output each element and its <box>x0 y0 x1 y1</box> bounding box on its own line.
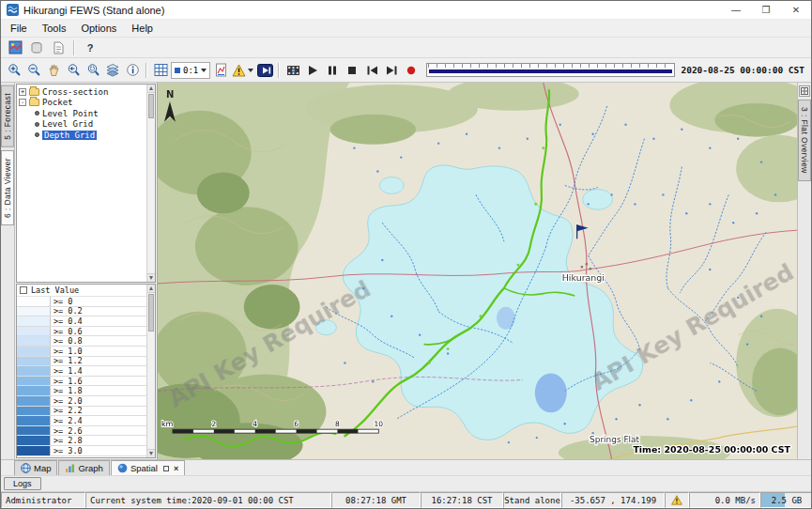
legend-row[interactable]: >= 0.2 <box>17 307 146 317</box>
zoom-in-button[interactable] <box>5 61 23 80</box>
profile-button[interactable] <box>211 61 230 80</box>
scroll-down-icon[interactable] <box>147 449 155 457</box>
menu-tools[interactable]: Tools <box>35 21 74 36</box>
legend-swatch <box>17 416 51 425</box>
window-title: Hikurangi FEWS (Stand alone) <box>23 5 164 16</box>
legend-row[interactable]: >= 1.4 <box>17 366 146 377</box>
logs-button[interactable]: Logs <box>4 477 41 490</box>
play-icon <box>307 65 318 76</box>
window-controls: — ❐ ✕ <box>721 1 811 19</box>
map-viewport[interactable]: API Key Required API Key Required <box>158 83 797 459</box>
scroll-up-icon[interactable] <box>147 85 155 93</box>
scroll-up-icon[interactable] <box>147 285 155 293</box>
legend-swatch <box>17 407 51 416</box>
scrollbar-thumb[interactable] <box>148 294 154 332</box>
tab-graph[interactable]: Graph <box>58 460 109 475</box>
legend-row[interactable]: >= 0.8 <box>17 336 146 347</box>
help-button[interactable]: ? <box>81 39 100 57</box>
zoom-out-button[interactable] <box>24 61 43 80</box>
legend-row[interactable]: >= 1.8 <box>17 386 146 396</box>
info-button[interactable] <box>123 61 142 80</box>
legend-row[interactable]: >= 0 <box>17 297 146 307</box>
overview-panel-button[interactable] <box>799 85 810 97</box>
data-viewer-panel: + Cross-section - Pocket Level Point Lev… <box>15 83 158 459</box>
grid-display-button[interactable] <box>151 61 170 80</box>
legend-row[interactable]: >= 2.6 <box>17 426 146 437</box>
status-local-time: 16:27:18 CST <box>421 492 503 508</box>
tab-spatial[interactable]: Spatial × <box>111 460 185 475</box>
legend-row[interactable]: >= 2.0 <box>17 396 146 407</box>
tab-flat-overview[interactable]: 3 : Flat Overview <box>798 100 811 181</box>
filmstrip-icon <box>286 64 300 77</box>
tree-row[interactable]: + Cross-section <box>19 86 146 98</box>
tree-row[interactable]: Level Point <box>19 108 146 119</box>
tab-forecast[interactable]: 5 : Forecast <box>1 85 14 147</box>
interval-selector[interactable]: 0:1 <box>171 62 210 79</box>
legend-row[interactable]: >= 1.6 <box>17 377 146 387</box>
tab-data-viewer[interactable]: 6 : Data Viewer <box>1 150 14 225</box>
minimize-button[interactable]: — <box>721 1 751 19</box>
legend-row[interactable]: >= 0.4 <box>17 316 146 327</box>
zoom-previous-button[interactable] <box>64 61 83 80</box>
step-forward-button[interactable] <box>382 61 401 80</box>
scrollbar-thumb[interactable] <box>148 94 154 118</box>
legend-row[interactable]: >= 2.8 <box>17 436 146 446</box>
zoom-extent-button[interactable] <box>84 61 102 80</box>
pause-button[interactable] <box>323 61 342 80</box>
status-memory: 2.5 GB <box>760 492 812 508</box>
legend-swatch <box>17 307 51 316</box>
legend-row[interactable]: >= 2.4 <box>17 416 146 426</box>
layer-node-icon <box>35 132 39 137</box>
tab-graph-label: Graph <box>78 463 102 473</box>
legend-label: >= 1.6 <box>51 377 146 386</box>
legend-row[interactable]: >= 1.0 <box>17 347 146 357</box>
legend-swatch <box>17 347 51 356</box>
tree-scrollbar[interactable] <box>146 85 155 282</box>
legend-swatch <box>17 336 51 346</box>
undock-icon[interactable] <box>163 466 169 471</box>
layer-node-icon <box>35 122 39 127</box>
collapse-icon[interactable]: - <box>19 99 26 106</box>
close-button[interactable]: ✕ <box>781 1 811 19</box>
status-warning[interactable] <box>665 492 689 508</box>
database-button[interactable] <box>27 39 46 57</box>
legend-row[interactable]: >= 2.2 <box>17 407 146 417</box>
close-tab-icon[interactable]: × <box>174 464 178 473</box>
stop-button[interactable] <box>343 61 361 80</box>
animation-window-button[interactable] <box>255 61 274 80</box>
export-animation-button[interactable] <box>283 61 302 80</box>
legend-row[interactable]: >= 0.6 <box>17 327 146 337</box>
record-button[interactable] <box>402 61 421 80</box>
last-value-checkbox[interactable] <box>20 286 27 294</box>
timeline-slider[interactable] <box>426 63 675 77</box>
play-button[interactable] <box>303 61 322 80</box>
svg-text:8: 8 <box>335 420 340 428</box>
map-display-button[interactable] <box>6 39 24 57</box>
status-mode: Stand alone <box>503 492 561 508</box>
maximize-button[interactable]: ❐ <box>751 1 781 19</box>
menu-help[interactable]: Help <box>124 21 161 36</box>
expand-icon[interactable]: + <box>19 88 26 96</box>
map-display-icon <box>8 40 23 54</box>
map-time-label: Time: 2020-08-25 00:00:00 CST <box>633 444 790 455</box>
legend-swatch <box>17 316 51 326</box>
tree-row[interactable]: Level Grid <box>19 119 146 131</box>
animation-player-icon <box>257 64 273 77</box>
tree-row[interactable]: - Pocket <box>19 98 146 109</box>
layers-button[interactable] <box>103 61 122 80</box>
legend-swatch <box>17 357 51 366</box>
menu-file[interactable]: File <box>3 21 35 36</box>
tree-row-selected[interactable]: Depth Grid <box>19 130 146 141</box>
menu-options[interactable]: Options <box>73 21 124 36</box>
document-button[interactable] <box>49 39 68 57</box>
legend-row[interactable]: >= 1.2 <box>17 357 146 367</box>
scroll-down-icon[interactable] <box>147 273 155 282</box>
pan-button[interactable] <box>44 61 63 80</box>
tab-map[interactable]: Map <box>14 460 57 475</box>
status-coordinates: -35.657 , 174.199 <box>561 492 665 508</box>
step-back-button[interactable] <box>362 61 381 80</box>
legend-scrollbar[interactable] <box>146 285 155 457</box>
legend-swatch <box>17 396 51 406</box>
warnings-dropdown-button[interactable] <box>231 61 254 80</box>
legend-row[interactable]: >= 3.0 <box>17 446 146 456</box>
